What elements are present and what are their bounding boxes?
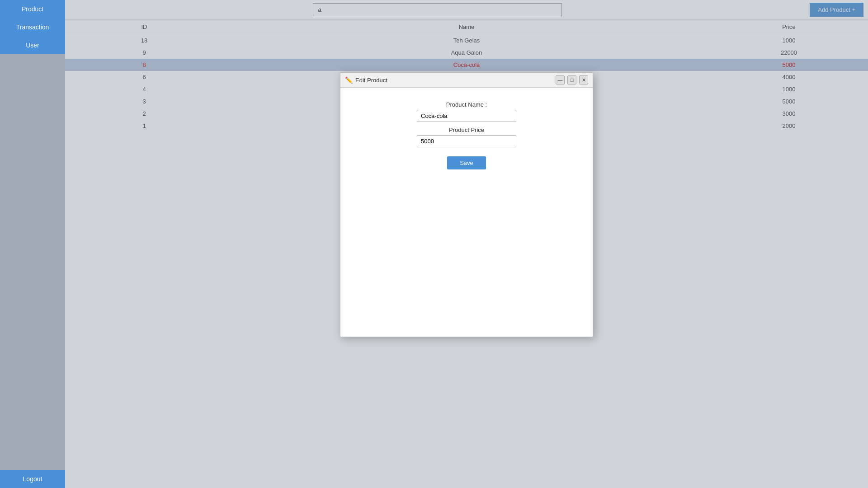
product-price-input[interactable] [417,135,516,147]
product-price-label: Product Price [449,127,484,133]
modal-overlay: ✏️ Edit Product — □ ✕ Product Name : Pro… [65,0,868,488]
sidebar-item-product[interactable]: Product [0,0,65,18]
sidebar-item-transaction[interactable]: Transaction [0,18,65,36]
edit-product-modal: ✏️ Edit Product — □ ✕ Product Name : Pro… [340,72,593,337]
sidebar-item-user[interactable]: User [0,36,65,54]
product-name-input[interactable] [417,110,516,122]
edit-icon: ✏️ [345,76,353,84]
modal-maximize-button[interactable]: □ [567,75,576,84]
save-button[interactable]: Save [447,156,486,169]
product-price-group: Product Price [359,127,575,147]
product-name-group: Product Name : [359,101,575,122]
modal-close-button[interactable]: ✕ [579,75,588,84]
modal-titlebar: ✏️ Edit Product — □ ✕ [340,73,593,88]
main-content: Add Product + ID Name Price 13 Teh Gelas… [65,0,868,488]
sidebar: Product Transaction User Logout [0,0,65,488]
product-name-label: Product Name : [446,101,487,108]
modal-body: Product Name : Product Price Save [340,88,593,337]
modal-minimize-button[interactable]: — [556,75,565,84]
modal-title: Edit Product [355,77,553,84]
sidebar-item-logout[interactable]: Logout [0,470,65,488]
